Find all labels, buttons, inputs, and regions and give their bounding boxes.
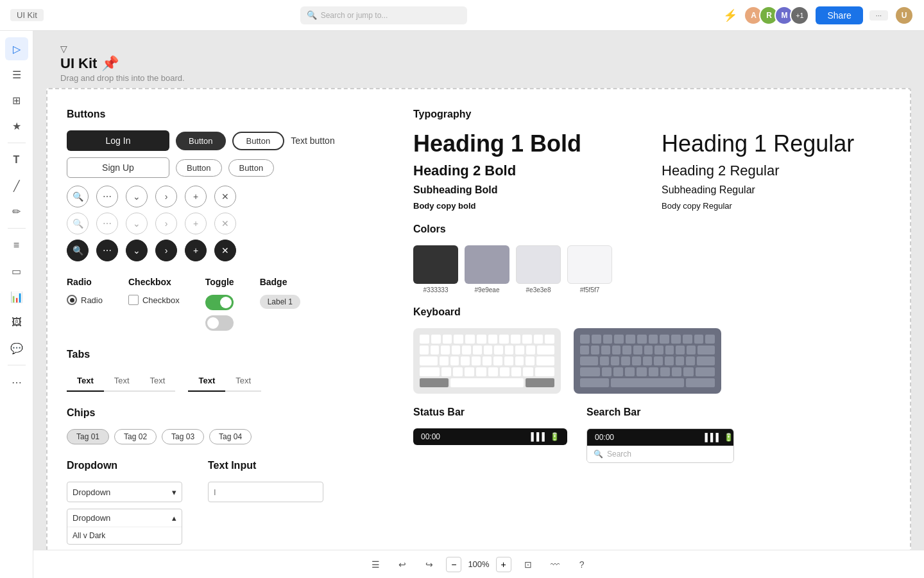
kb-key	[462, 346, 471, 355]
icon-btn-plus-2[interactable]: +	[185, 213, 207, 234]
btn-row-1: Log In Button Button Text button	[67, 130, 375, 151]
frame-tool[interactable]: ▭	[5, 259, 28, 283]
kb-key	[536, 356, 554, 365]
kb-key	[488, 335, 498, 344]
button-outline-pill[interactable]: Button	[232, 132, 285, 150]
kb-key-d	[683, 335, 692, 344]
icon-btn-down-2[interactable]: ⌄	[126, 213, 148, 234]
kb-key-d	[697, 356, 715, 365]
radio-wrap: Radio	[67, 295, 103, 305]
topbar: UI Kit 🔍 Search or jump to... ⚡ A R M +1…	[0, 0, 924, 31]
favorites-tool[interactable]: ★	[5, 114, 28, 137]
tab-2-1[interactable]: Text	[188, 371, 225, 392]
topbar-left: UI Kit	[10, 9, 44, 21]
icon-btn-more-1[interactable]: ⋯	[96, 186, 118, 207]
icon-btn-close-2[interactable]: ✕	[214, 213, 236, 234]
checkbox-group: Checkbox Checkbox	[128, 277, 180, 305]
icon-btn-down-1[interactable]: ⌄	[126, 186, 148, 207]
zoom-out-button[interactable]: −	[446, 557, 461, 572]
typo-sub-bold: Subheading Bold	[413, 184, 642, 196]
list-tool[interactable]: ≡	[5, 234, 28, 257]
help-icon[interactable]: ?	[572, 554, 592, 575]
frame-subtitle: Drag and drop this into the board.	[60, 73, 911, 83]
kb-key	[488, 367, 498, 376]
kb-row-5	[420, 378, 554, 387]
text-tool[interactable]: T	[5, 148, 28, 171]
radio-circle[interactable]	[67, 295, 77, 305]
select-tool[interactable]: ▷	[5, 37, 28, 60]
signal-icon: ▌▌▌	[531, 432, 547, 441]
image-tool[interactable]: 🖼	[5, 311, 28, 334]
bottom-redo-icon[interactable]: ↪	[419, 554, 440, 575]
icon-btn-close-3[interactable]: ✕	[214, 240, 236, 261]
icon-btn-plus-1[interactable]: +	[185, 186, 207, 207]
kb-key	[420, 356, 438, 365]
toggle-off[interactable]	[205, 315, 234, 331]
share-button[interactable]: Share	[816, 6, 862, 24]
tab-1-1[interactable]: Text	[67, 371, 104, 392]
text-button[interactable]: Text button	[291, 136, 335, 146]
comment-tool[interactable]: 💬	[5, 337, 28, 360]
dropdown-item-1[interactable]: All v Dark	[67, 527, 182, 544]
color-label-4: #f5f5f7	[580, 286, 600, 293]
activity-icon[interactable]: 〰	[545, 554, 565, 575]
pen-tool[interactable]: ✏	[5, 200, 28, 223]
icon-btn-plus-3[interactable]: +	[185, 240, 207, 261]
status-bar-section: Status Bar 00:00 ▌▌▌ 🔋	[413, 407, 567, 463]
chip-2[interactable]: Tag 02	[114, 429, 157, 444]
colors-section: Colors #333333 #9e9eae #e3e3e8	[413, 223, 891, 293]
icon-btn-search-3[interactable]: 🔍	[67, 240, 89, 261]
chip-4[interactable]: Tag 04	[209, 429, 252, 444]
button-dark-pill[interactable]: Button	[176, 132, 226, 150]
chip-1[interactable]: Tag 01	[67, 429, 109, 444]
tab-2-2[interactable]: Text	[225, 371, 261, 392]
layers-tool[interactable]: ☰	[5, 63, 28, 86]
toggle-on[interactable]	[205, 295, 234, 310]
button-outline-sm-2[interactable]: Button	[228, 159, 275, 177]
text-input-field[interactable]	[208, 482, 323, 502]
kb-key	[511, 335, 520, 344]
kb-key	[453, 367, 463, 376]
button-outline-sm-1[interactable]: Button	[176, 159, 222, 177]
dropdown-arrow-icon: ▾	[172, 487, 176, 497]
topbar-search[interactable]: 🔍 Search or jump to...	[300, 6, 467, 24]
search-placeholder: Search	[607, 450, 631, 459]
tab-1-3[interactable]: Text	[140, 371, 176, 392]
line-tool[interactable]: ╱	[5, 174, 28, 197]
login-button[interactable]: Log In	[67, 130, 169, 151]
icon-btn-next-3[interactable]: ›	[155, 240, 177, 261]
swatch-2-wrap: #9e9eae	[465, 245, 509, 293]
tab-1-2[interactable]: Text	[104, 371, 140, 392]
breadcrumb[interactable]: UI Kit	[10, 9, 44, 21]
icon-btn-next-2[interactable]: ›	[155, 213, 177, 234]
components-tool[interactable]: ⊞	[5, 89, 28, 112]
zoom-in-button[interactable]: +	[496, 557, 511, 572]
kb-key-d	[705, 335, 715, 344]
checkbox-box[interactable]	[128, 295, 139, 305]
topbar-right: ⚡ A R M +1 Share ··· U	[723, 6, 914, 25]
icon-btn-next-1[interactable]: ›	[155, 186, 177, 207]
icon-btn-search-1[interactable]: 🔍	[67, 186, 89, 207]
icon-btn-close-1[interactable]: ✕	[214, 186, 236, 207]
typo-h2-reg: Heading 2 Regular	[662, 162, 891, 179]
more-tool[interactable]: ⋯	[5, 371, 28, 394]
dropdown-select[interactable]: Dropdown ▾	[67, 482, 182, 502]
icon-btn-down-3[interactable]: ⌄	[126, 240, 148, 261]
kb-key-d	[612, 346, 621, 355]
kb-key	[493, 356, 502, 365]
bottom-menu-icon[interactable]: ☰	[365, 554, 386, 575]
bottom-undo-icon[interactable]: ↩	[392, 554, 413, 575]
fit-to-screen-icon[interactable]: ⊡	[518, 554, 538, 575]
chip-3[interactable]: Tag 03	[162, 429, 204, 444]
icon-btn-more-2[interactable]: ⋯	[96, 213, 118, 234]
search-placeholder: Search or jump to...	[321, 11, 388, 20]
kb-key-d	[637, 367, 646, 376]
icon-btn-search-2[interactable]: 🔍	[67, 213, 89, 234]
signup-button[interactable]: Sign Up	[67, 157, 169, 178]
dropdown-header[interactable]: Dropdown ▴	[67, 509, 182, 527]
keyboard-dark	[574, 328, 721, 394]
kb-key	[526, 346, 535, 355]
icon-btn-more-3[interactable]: ⋯	[96, 240, 118, 261]
bottom-inputs: Dropdown Dropdown ▾ Dropdown ▴	[67, 460, 375, 545]
plugin-tool[interactable]: 📊	[5, 285, 28, 308]
